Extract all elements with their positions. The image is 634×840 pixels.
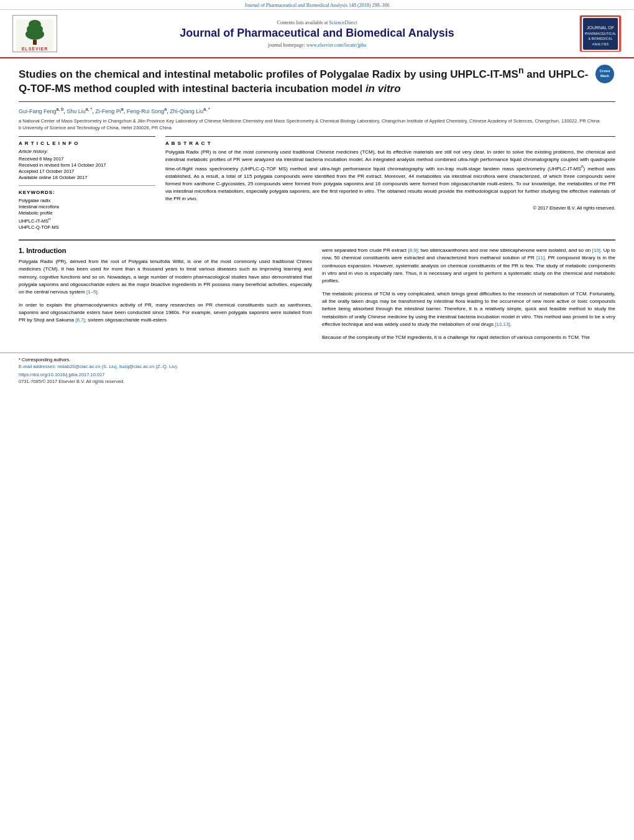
affiliations: a National Center of Mass Spectrometry i…	[19, 118, 615, 131]
intro-para-1: Polygala Radix (PR), derived from the ro…	[19, 258, 312, 297]
received-date: Received 6 May 2017	[19, 156, 155, 162]
author-3: Zi-Feng Pi	[95, 108, 121, 114]
keyword-1: Polygalae radix	[19, 198, 155, 203]
elsevier-logo-image: ELSEVIER	[12, 15, 57, 52]
ref-1-5[interactable]: [1–5]	[86, 289, 98, 295]
author-4: Feng-Rui Song	[127, 108, 165, 114]
word-three: three	[564, 173, 575, 179]
history-label: Article history:	[19, 149, 155, 154]
ref-8-9[interactable]: [8,9]	[408, 247, 418, 253]
article-title-section: Studies on the chemical and intestinal m…	[19, 65, 615, 102]
svg-rect-4	[33, 40, 37, 45]
svg-text:& BIOMEDICAL: & BIOMEDICAL	[588, 37, 612, 40]
keyword-4: UHPLC-IT-MSn	[19, 216, 155, 224]
crossmark-svg: Cross Mark	[595, 65, 614, 83]
sciencedirect-link[interactable]: ScienceDirect	[329, 20, 357, 25]
article-info-box: A R T I C L E I N F O Article history: R…	[19, 136, 155, 230]
svg-text:JOURNAL OF: JOURNAL OF	[587, 25, 614, 30]
abstract-title: A B S T R A C T	[165, 141, 615, 146]
svg-text:Cross: Cross	[599, 69, 610, 73]
ref-12-13[interactable]: [12,13]	[495, 321, 510, 327]
keywords-section: Keywords: Polygalae radix Intestinal mic…	[19, 185, 155, 230]
keywords-title: Keywords:	[19, 190, 155, 195]
email-addresses: E-mail addresses: mslab20@ciac.ac.cn (S.…	[19, 364, 615, 369]
corresponding-note: * Corresponding authors.	[19, 357, 615, 362]
journal-center: Contents lists available at ScienceDirec…	[62, 20, 572, 48]
abstract-text: Polygala Radix (PR) is one of the most c…	[165, 149, 615, 203]
affiliation-a: a National Center of Mass Spectrometry i…	[19, 118, 615, 125]
journal-header: ELSEVIER Contents lists available at Sci…	[0, 10, 634, 58]
journal-logo-svg: JOURNAL OF PHARMACEUTICAL & BIOMEDICAL A…	[582, 17, 619, 51]
contents-available: Contents lists available at ScienceDirec…	[62, 20, 572, 25]
abstract-column: A B S T R A C T Polygala Radix (PR) is o…	[165, 136, 615, 231]
article-title: Studies on the chemical and intestinal m…	[19, 65, 589, 96]
ref-11[interactable]: [11]	[536, 255, 544, 261]
svg-text:ANALYSIS: ANALYSIS	[592, 42, 609, 46]
author-1-sup: a, b	[57, 107, 64, 111]
abstract-box: A B S T R A C T Polygala Radix (PR) is o…	[165, 136, 615, 211]
doi-link[interactable]: https://doi.org/10.1016/j.jpba.2017.10.0…	[19, 372, 615, 377]
crossmark-section: Cross Mark	[595, 65, 615, 85]
available-online-date: Available online 18 October 2017	[19, 175, 155, 180]
keyword-2: Intestinal microflora	[19, 204, 155, 210]
svg-text:Mark: Mark	[600, 74, 610, 78]
article-content: Studies on the chemical and intestinal m…	[0, 58, 634, 353]
journal-reference-text: Journal of Pharmaceutical and Biomedical…	[245, 2, 390, 8]
doi-anchor[interactable]: https://doi.org/10.1016/j.jpba.2017.10.0…	[19, 372, 104, 377]
received-revised-date: Received in revised form 14 October 2017	[19, 162, 155, 168]
title-part1: Studies on the chemical and intestinal m…	[19, 68, 518, 80]
title-italic: in vitro	[365, 83, 401, 95]
accepted-date: Accepted 17 October 2017	[19, 168, 155, 174]
keyword-5: UHPLC-Q-TOF-MS	[19, 224, 155, 230]
elsevier-tree-svg: ELSEVIER	[16, 19, 53, 52]
ref-10[interactable]: [10]	[592, 247, 600, 253]
intro-para-2: In order to explain the pharmacodynamics…	[19, 302, 312, 325]
authors-line: Gui-Fang Fenga, b, Shu Liua, *, Zi-Feng …	[19, 107, 615, 114]
author-5-sup: a, *	[203, 107, 210, 111]
article-info-title: A R T I C L E I N F O	[19, 141, 155, 146]
journal-title: Journal of Pharmaceutical and Biomedical…	[62, 27, 572, 40]
author-2: Shu Liu	[67, 108, 86, 114]
svg-text:PHARMACEUTICAL: PHARMACEUTICAL	[585, 32, 617, 35]
journal-logo-right: JOURNAL OF PHARMACEUTICAL & BIOMEDICAL A…	[572, 15, 622, 52]
email-link-2[interactable]: liuzq@ciac.ac.cn	[119, 364, 154, 369]
section-divider	[19, 239, 615, 241]
email-name-1: (S. Liu),	[102, 364, 118, 369]
author-3-sup: a	[121, 107, 124, 111]
info-abstract-columns: A R T I C L E I N F O Article history: R…	[19, 136, 615, 231]
email-link-1[interactable]: mslab20@ciac.ac.cn	[57, 364, 100, 369]
ref-6-7[interactable]: [6,7]	[75, 317, 85, 323]
body-columns: 1. Introduction Polygala Radix (PR), der…	[19, 247, 615, 346]
article-footer: * Corresponding authors. E-mail addresse…	[0, 353, 634, 388]
affiliation-b: b University of Science and Technology o…	[19, 125, 615, 132]
author-1: Gui-Fang Feng	[19, 108, 57, 114]
copyright-text: © 2017 Elsevier B.V. All rights reserved…	[165, 205, 615, 211]
title-superscript: n	[518, 65, 524, 75]
journal-homepage: journal homepage: www.elsevier.com/locat…	[62, 42, 572, 48]
journal-reference-bar: Journal of Pharmaceutical and Biomedical…	[0, 0, 634, 10]
keyword-3: Metabolic profile	[19, 210, 155, 216]
right-para-3: Because of the complexity of the TCM ing…	[322, 334, 615, 341]
journal-homepage-link[interactable]: www.elsevier.com/locate/jpba	[306, 42, 366, 48]
crossmark-logo: Cross Mark	[595, 65, 614, 83]
author-5: Zhi-Qiang Liu	[170, 108, 203, 114]
page: Journal of Pharmaceutical and Biomedical…	[0, 0, 634, 840]
body-right-column: were separated from crude PR extract [8,…	[322, 247, 615, 346]
journal-logo-image: JOURNAL OF PHARMACEUTICAL & BIOMEDICAL A…	[579, 15, 622, 52]
author-4-sup: a	[164, 107, 167, 111]
introduction-heading: 1. Introduction	[19, 247, 312, 254]
email-name-2: (Z.-Q. Liu).	[155, 364, 178, 369]
article-info-column: A R T I C L E I N F O Article history: R…	[19, 136, 155, 231]
elsevier-logo-left: ELSEVIER	[12, 15, 62, 52]
svg-point-3	[25, 29, 44, 40]
right-para-1: were separated from crude PR extract [8,…	[322, 247, 615, 285]
author-2-sup: a, *	[86, 107, 93, 111]
article-title-text: Studies on the chemical and intestinal m…	[19, 65, 589, 96]
issn-text: 0731-7085/© 2017 Elsevier B.V. All right…	[19, 379, 615, 384]
body-left-column: 1. Introduction Polygala Radix (PR), der…	[19, 247, 312, 346]
right-para-2: The metabolic process of TCM is very com…	[322, 290, 615, 329]
svg-text:ELSEVIER: ELSEVIER	[22, 47, 48, 51]
